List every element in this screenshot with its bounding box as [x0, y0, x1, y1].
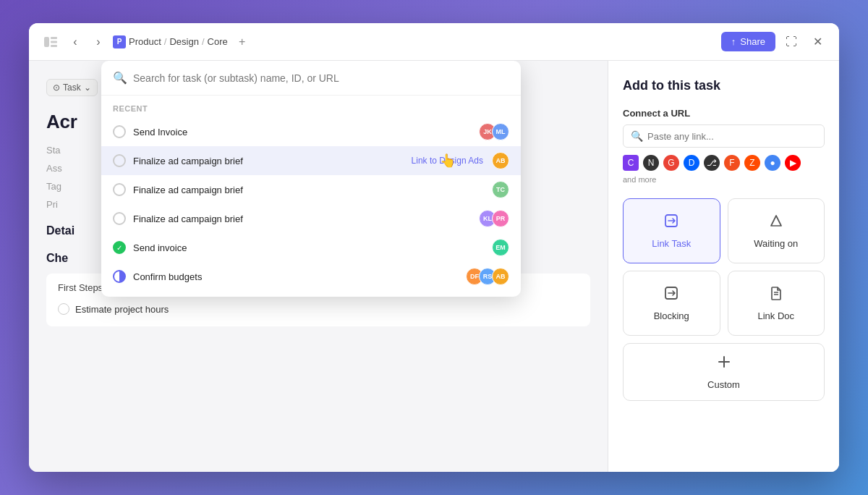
task-search-input[interactable] [133, 72, 509, 84]
dropdown-item[interactable]: Finalize ad campaign brief TC [101, 175, 521, 204]
dropdown-item[interactable]: Finalize ad campaign brief KL PR [101, 204, 521, 233]
assignee-label: Ass [46, 163, 90, 174]
waiting-on-card[interactable]: Waiting on [728, 198, 825, 263]
panel-title: Add to this task [623, 78, 825, 93]
search-bar[interactable]: 🔍 [101, 61, 521, 96]
svg-rect-1 [51, 37, 57, 39]
avatar: ML [492, 123, 509, 140]
item-avatars: KL PR [483, 210, 509, 227]
link-doc-icon [768, 285, 784, 305]
cursor-icon: 👆 [440, 153, 456, 169]
waiting-on-icon [768, 213, 784, 232]
action-grid: Link Task Waiting on [623, 198, 825, 401]
link-task-label: Link Task [652, 238, 691, 249]
item-name: Confirm budgets [133, 271, 463, 282]
recent-label: Recent [101, 101, 521, 117]
task-search-dropdown: 🔍 Recent Send Invoice JK ML [101, 61, 521, 297]
avatar: TC [492, 181, 509, 198]
waiting-on-label: Waiting on [754, 238, 798, 249]
svg-rect-2 [51, 41, 57, 43]
share-icon: ↑ [731, 36, 736, 47]
item-status-done-icon: ✓ [113, 241, 126, 254]
share-button[interactable]: ↑ Share [721, 32, 775, 51]
custom-icon [716, 354, 732, 373]
connect-url-label: Connect a URL [623, 108, 825, 119]
breadcrumb-design[interactable]: Design [169, 36, 198, 47]
breadcrumb-sep-2: / [202, 36, 205, 47]
tags-label: Tag [46, 181, 90, 192]
left-panel: ⊙ Task ⌄ d2Df34D Acr Sta Ass Tag Pri [29, 61, 608, 472]
chevron-down-icon: ⌄ [84, 82, 91, 93]
item-status-icon [113, 154, 126, 167]
avatar: EM [492, 239, 509, 256]
task-type-icon: ⊙ [53, 82, 60, 93]
url-input-wrap[interactable]: 🔍 [623, 124, 825, 148]
url-search-icon: 🔍 [631, 130, 643, 142]
url-input[interactable] [647, 131, 817, 142]
search-icon: 🔍 [113, 71, 127, 85]
svg-rect-3 [51, 45, 57, 47]
task-type-badge[interactable]: ⊙ Task ⌄ [46, 79, 98, 96]
priority-label: Pri [46, 199, 90, 210]
integrations-row: C N G D ⎇ F Z ● ▶ and more [623, 155, 825, 184]
notion-icon[interactable]: N [643, 155, 659, 171]
item-avatars: DF RS AB [470, 268, 509, 285]
breadcrumb-sep-1: / [164, 36, 167, 47]
link-task-icon [663, 213, 679, 232]
item-status-icon [113, 212, 126, 225]
item-status-icon [113, 125, 126, 138]
link-doc-card[interactable]: Link Doc [728, 271, 825, 336]
item-name: Finalize ad campaign brief [133, 156, 399, 166]
right-panel: Add to this task Connect a URL 🔍 C N G D… [608, 61, 839, 472]
expand-icon[interactable]: ⛶ [781, 32, 801, 52]
item-avatars: JK ML [483, 123, 509, 140]
item-avatars: TC [496, 181, 509, 198]
custom-card[interactable]: Custom [623, 343, 825, 401]
chrome-icon[interactable]: ● [765, 155, 780, 171]
zapier-icon[interactable]: Z [744, 155, 760, 171]
blocking-card[interactable]: Blocking [623, 271, 720, 336]
link-doc-label: Link Doc [757, 310, 794, 321]
clickup-icon[interactable]: C [623, 155, 639, 171]
youtube-icon[interactable]: ▶ [785, 155, 801, 171]
avatar: AB [492, 152, 509, 169]
github-icon[interactable]: ⎇ [704, 155, 720, 171]
svg-rect-0 [44, 37, 49, 47]
blocking-label: Blocking [654, 310, 689, 321]
item-name: Finalize ad campaign brief [133, 213, 476, 224]
project-icon: P [113, 35, 126, 48]
nav-forward-icon[interactable]: › [90, 33, 107, 51]
nav-back-icon[interactable]: ‹ [67, 33, 84, 51]
add-tab-button[interactable]: + [234, 33, 251, 51]
close-icon[interactable]: ✕ [807, 32, 827, 52]
dropdown-item[interactable]: Confirm budgets DF RS AB [101, 262, 521, 291]
checklist-item: Estimate project hours [58, 300, 579, 318]
item-name: Send invoice [133, 242, 489, 253]
checkbox-icon[interactable] [58, 303, 69, 315]
dropdown-item[interactable]: ✓ Send invoice EM [101, 233, 521, 262]
breadcrumb-product[interactable]: Product [129, 36, 161, 47]
status-label: Sta [46, 145, 90, 156]
link-task-card[interactable]: Link Task [623, 198, 720, 263]
dropdown-item[interactable]: Send Invoice JK ML [101, 117, 521, 146]
blocking-icon [663, 285, 679, 305]
and-more-label: and more [623, 175, 656, 184]
recent-section: Recent Send Invoice JK ML Finalize ad c [101, 96, 521, 297]
item-status-half-icon [113, 270, 126, 283]
custom-label: Custom [707, 379, 740, 390]
dropdown-item-active[interactable]: Finalize ad campaign brief Link to Desig… [101, 146, 521, 175]
figma-icon[interactable]: F [724, 155, 740, 171]
dropbox-icon[interactable]: D [684, 155, 699, 171]
item-status-icon [113, 183, 126, 196]
sidebar-toggle-icon[interactable] [41, 32, 61, 52]
avatar: AB [492, 268, 509, 285]
gdrive-icon[interactable]: G [663, 155, 679, 171]
item-avatars: EM [496, 239, 509, 256]
breadcrumb-core[interactable]: Core [208, 36, 228, 47]
item-name: Send Invoice [133, 127, 476, 138]
item-name: Finalize ad campaign brief [133, 185, 489, 195]
avatar: PR [492, 210, 509, 227]
item-avatars: AB [496, 152, 509, 169]
breadcrumb: P Product / Design / Core [113, 35, 228, 48]
